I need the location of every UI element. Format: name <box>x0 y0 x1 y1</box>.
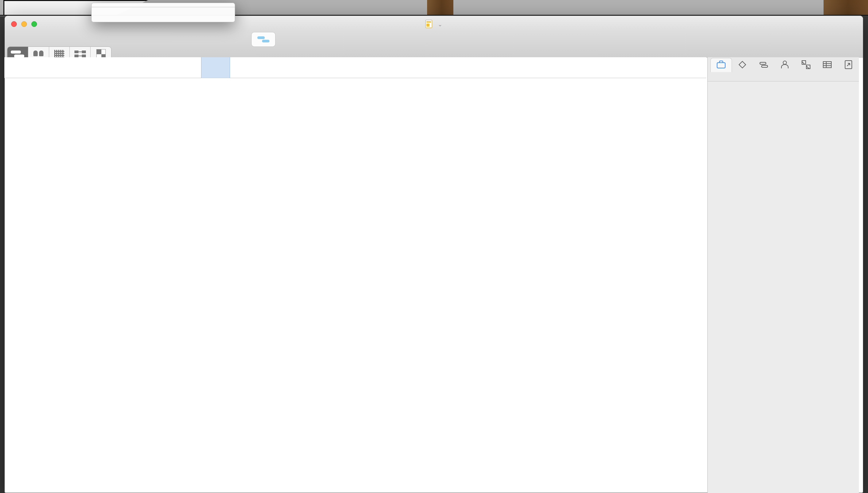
menu-section-label <box>92 10 235 19</box>
menu-separator <box>92 7 235 7</box>
dependency-lines <box>0 0 868 493</box>
screen: ⌄ <box>0 0 868 493</box>
baseline-comparison-menu <box>91 3 235 22</box>
